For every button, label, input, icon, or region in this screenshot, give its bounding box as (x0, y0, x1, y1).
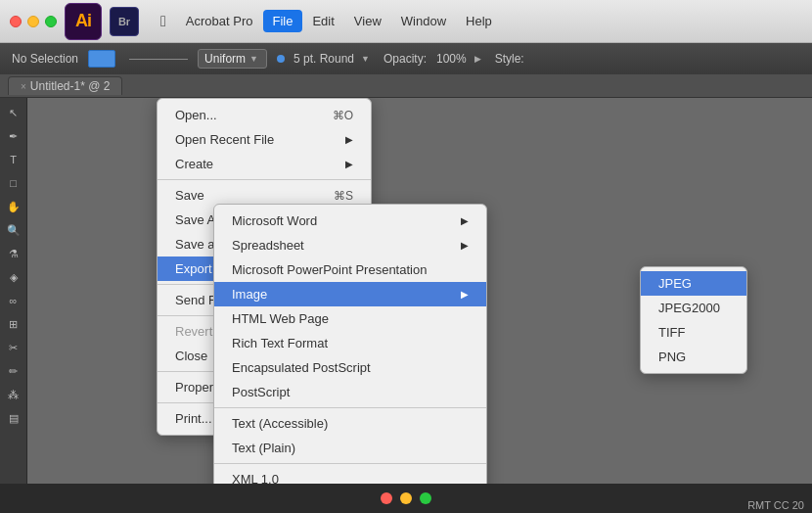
status-text: RMT CC 20 (747, 499, 804, 511)
menu-text-plain[interactable]: Text (Plain) (214, 436, 486, 460)
stroke-dot (277, 55, 285, 63)
menu-html-web[interactable]: HTML Web Page (214, 306, 486, 331)
menu-create[interactable]: Create ▶ (158, 152, 371, 176)
export-separator-1 (214, 407, 486, 408)
menu-help[interactable]: Help (456, 10, 502, 32)
bottom-max-dot[interactable] (420, 492, 431, 504)
export-separator-2 (214, 463, 486, 464)
image-format-submenu[interactable]: JPEG JPEG2000 TIFF PNG (640, 266, 747, 374)
submenu-arrow-image: ▶ (461, 289, 469, 300)
left-toolbar: ↖ ✒ T □ ✋ 🔍 ⚗ ◈ ∞ ⊞ ✂ ✏ ⁂ ▤ (0, 98, 27, 513)
menu-jpeg[interactable]: JPEG (641, 271, 746, 296)
no-selection-label: No Selection (8, 50, 82, 68)
tab-label: Untitled-1* @ 2 (30, 79, 111, 93)
tool-symbol[interactable]: ⁂ (3, 384, 24, 405)
maximize-button[interactable] (45, 16, 57, 27)
apple-menu-icon[interactable]:  (151, 9, 176, 34)
menu-open[interactable]: Open... ⌘O (158, 103, 371, 127)
submenu-arrow-icon: ▶ (345, 134, 353, 145)
menu-png[interactable]: PNG (641, 345, 746, 369)
menu-separator-1 (158, 179, 371, 180)
menu-jpeg2000[interactable]: JPEG2000 (641, 296, 746, 320)
app-icon-area: Ai Br (65, 3, 139, 40)
menu-postscript[interactable]: PostScript (214, 380, 486, 404)
ai-icon: Ai (65, 3, 102, 40)
tool-type[interactable]: T (3, 149, 24, 170)
tool-brush[interactable]: ✏ (3, 360, 24, 382)
stroke-round-select[interactable]: 5 pt. Round ▼ (277, 50, 370, 68)
document-tab[interactable]: × Untitled-1* @ 2 (8, 76, 122, 95)
style-label: Style: (495, 52, 524, 66)
menu-acrobat[interactable]: Acrobat Pro (176, 10, 263, 32)
status-bar: RMT CC 20 (740, 497, 812, 513)
menu-ms-powerpoint[interactable]: Microsoft PowerPoint Presentation (214, 257, 486, 282)
tab-bar: × Untitled-1* @ 2 (0, 74, 812, 98)
opacity-value: 100% (436, 52, 467, 66)
main-content: ↖ ✒ T □ ✋ 🔍 ⚗ ◈ ∞ ⊞ ✂ ✏ ⁂ ▤ Open... ⌘O O… (0, 98, 812, 513)
tool-graph[interactable]: ▤ (3, 407, 24, 429)
menu-rich-text[interactable]: Rich Text Format (214, 331, 486, 355)
tool-select[interactable]: ↖ (3, 102, 24, 123)
tool-rect[interactable]: □ (3, 172, 24, 194)
menu-text-accessible[interactable]: Text (Accessible) (214, 411, 486, 436)
tool-pen[interactable]: ✒ (3, 125, 24, 147)
menu-spreadsheet[interactable]: Spreadsheet ▶ (214, 233, 486, 257)
tool-blend[interactable]: ∞ (3, 290, 24, 311)
submenu-arrow-icon-2: ▶ (345, 159, 353, 169)
submenu-arrow-ms-word: ▶ (461, 215, 469, 226)
chevron-down-icon: ▼ (249, 54, 258, 64)
export-to-submenu[interactable]: Microsoft Word ▶ Spreadsheet ▶ Microsoft… (213, 204, 487, 496)
menu-tiff[interactable]: TIFF (641, 320, 746, 345)
tool-mesh[interactable]: ⊞ (3, 313, 24, 335)
opacity-label: Opacity: (383, 52, 427, 66)
bottom-bar (0, 484, 812, 513)
menu-ms-word[interactable]: Microsoft Word ▶ (214, 209, 486, 233)
stroke-line (129, 59, 188, 60)
toolbar: No Selection Uniform ▼ 5 pt. Round ▼ Opa… (0, 43, 812, 74)
tool-eyedropper[interactable]: ⚗ (3, 243, 24, 264)
bottom-min-dot[interactable] (400, 492, 412, 504)
tab-close-icon[interactable]: × (21, 81, 26, 92)
menu-bar:  Acrobat Pro File Edit View Window Help (151, 0, 502, 42)
title-bar: Ai Br  Acrobat Pro File Edit View Windo… (0, 0, 812, 43)
tool-slice[interactable]: ✂ (3, 337, 24, 358)
tool-zoom[interactable]: 🔍 (3, 219, 24, 241)
close-button[interactable] (10, 16, 22, 27)
menu-file[interactable]: File (263, 10, 303, 32)
opacity-chevron-icon: ▶ (474, 54, 481, 64)
menu-eps[interactable]: Encapsulated PostScript (214, 355, 486, 380)
minimize-button[interactable] (27, 16, 39, 27)
menu-window[interactable]: Window (391, 10, 456, 32)
tool-hand[interactable]: ✋ (3, 196, 24, 217)
menu-view[interactable]: View (344, 10, 391, 32)
chevron-down-icon-2: ▼ (361, 54, 370, 64)
traffic-lights (10, 16, 57, 27)
menu-edit[interactable]: Edit (302, 10, 343, 32)
submenu-arrow-spreadsheet: ▶ (461, 240, 469, 251)
tool-gradient[interactable]: ◈ (3, 266, 24, 288)
br-icon: Br (110, 7, 139, 36)
color-swatch[interactable] (88, 50, 115, 68)
menu-image[interactable]: Image ▶ (214, 282, 486, 306)
menu-open-recent[interactable]: Open Recent File ▶ (158, 127, 371, 152)
uniform-select[interactable]: Uniform ▼ (198, 49, 267, 69)
bottom-close-dot[interactable] (381, 492, 392, 504)
